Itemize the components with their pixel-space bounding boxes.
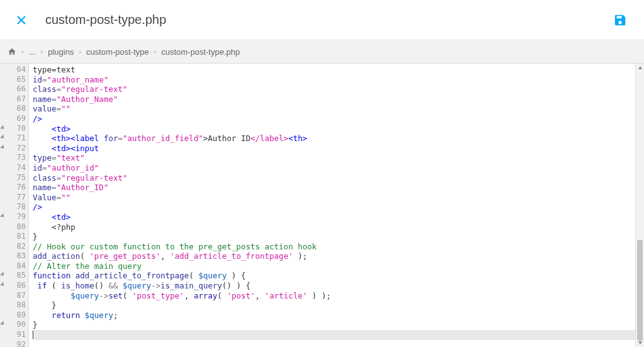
home-icon[interactable] bbox=[8, 47, 16, 56]
vertical-scrollbar[interactable] bbox=[635, 64, 644, 347]
svg-marker-3 bbox=[638, 341, 642, 344]
close-button[interactable] bbox=[14, 13, 29, 28]
chevron-right-icon: › bbox=[79, 48, 81, 55]
save-button[interactable] bbox=[611, 11, 629, 29]
chevron-right-icon: › bbox=[21, 48, 24, 55]
save-icon bbox=[613, 13, 627, 27]
code-editor[interactable]: 6465666768697071727374757677787980818283… bbox=[0, 63, 644, 347]
close-icon bbox=[16, 15, 26, 25]
app-root: custom-post-type.php › ... › plugins › c… bbox=[0, 0, 644, 347]
crumb-folder[interactable]: custom-post-type bbox=[86, 47, 149, 57]
editor-header: custom-post-type.php bbox=[0, 0, 644, 40]
chevron-right-icon: › bbox=[41, 48, 43, 55]
line-gutter: 6465666768697071727374757677787980818283… bbox=[0, 64, 29, 347]
file-title: custom-post-type.php bbox=[45, 13, 611, 27]
breadcrumb: › ... › plugins › custom-post-type › cus… bbox=[0, 40, 644, 63]
scroll-up-arrow[interactable] bbox=[636, 64, 644, 72]
scroll-down-arrow[interactable] bbox=[636, 338, 644, 347]
crumb-plugins[interactable]: plugins bbox=[48, 47, 74, 57]
chevron-right-icon: › bbox=[154, 48, 157, 55]
code-area[interactable]: type=textid="author_name"class="regular-… bbox=[29, 64, 635, 347]
svg-marker-2 bbox=[638, 66, 642, 69]
crumb-file[interactable]: custom-post-type.php bbox=[161, 47, 240, 57]
crumb-ellipsis[interactable]: ... bbox=[29, 47, 36, 57]
scroll-thumb[interactable] bbox=[637, 240, 643, 341]
